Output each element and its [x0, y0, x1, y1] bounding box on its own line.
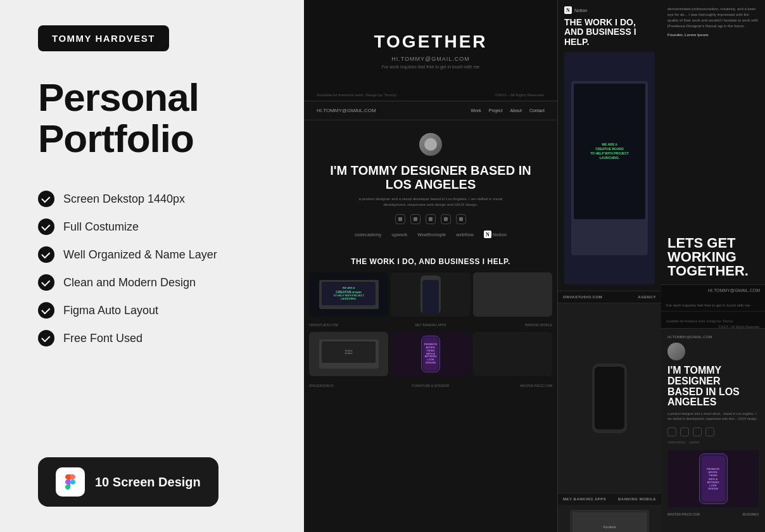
- far-testimonial-section: demonstrated professionalism, creativity…: [661, 0, 765, 285]
- social-icon[interactable]: [410, 214, 420, 224]
- side-preview-1: N Notion THE WORK I DO, AND BUSINESS I H…: [557, 0, 661, 532]
- work-card-banking: [391, 272, 470, 317]
- far-email-row: HI.TOMMY@GMAIL.COM: [661, 285, 765, 296]
- far-hero-name: I'M TOMMY DESIGNER BASED IN LOS ANGELES: [667, 365, 759, 408]
- side-site-label: ONVASTUDIO.COM: [563, 295, 602, 299]
- side-big-text: THE WORK I DO, AND BUSINESS I HELP.: [564, 18, 655, 47]
- client-logo: Notion: [493, 232, 507, 237]
- far-desc: a product designer and a visual devel...…: [667, 412, 759, 421]
- work-card-purple: PROMOTEADVER-TISINGWITH AARTISINGLOOKDES…: [391, 332, 470, 376]
- feature-item: Full Costumize: [38, 218, 266, 235]
- label-furniture: SPACEROOM.IO: [309, 384, 390, 388]
- side-notion-label: Notion: [574, 8, 587, 13]
- together-title: TOGETHER: [374, 32, 487, 52]
- far-master-site: MASTER-PIECE.COM: [667, 512, 700, 516]
- side-laptop-display: WE ARE ACREATIVE BOARDTO HELP WITH PROJE…: [564, 52, 655, 284]
- far-mid-email: HI.TOMMY@GMAIL.COM: [667, 335, 759, 339]
- nav-contact[interactable]: Contact: [529, 108, 545, 113]
- label-furniture-tag: FURNITURE & INTERIOR: [390, 384, 471, 388]
- far-social-1[interactable]: [667, 428, 676, 436]
- feature-item: Well Organized & Name Layer: [38, 246, 266, 263]
- side-screens-wrap: N Notion THE WORK I DO, AND BUSINESS I H…: [557, 0, 765, 532]
- label-banking: MEY BANKING APPS: [390, 323, 471, 327]
- far-mid-section: HI.TOMMY@GMAIL.COM I'M TOMMY DESIGNER BA…: [661, 329, 765, 532]
- nav-work[interactable]: Work: [471, 108, 481, 113]
- features-list: Screen Dekstop 1440px Full Costumize Wel…: [38, 191, 266, 346]
- screen-main: HI.TOMMY@GMAIL.COM Work Project About Co…: [304, 101, 557, 532]
- feature-text: Clean and Modern Design: [63, 276, 196, 289]
- far-inquiries: For work inquiries feel free to get in t…: [661, 296, 765, 312]
- work-card-agency: WE ARE ACREATIVE BOARDTO HELP WITH PROJE…: [309, 272, 388, 317]
- feature-text: Figma Auto Layout: [63, 304, 158, 317]
- nav-about[interactable]: About: [510, 108, 522, 113]
- far-email: HI.TOMMY@GMAIL.COM: [708, 288, 760, 293]
- nav-links: Work Project About Contact: [471, 108, 545, 113]
- check-icon: [38, 218, 54, 235]
- far-avatar: [667, 343, 685, 360]
- brand-badge: TOMMY HARDVEST: [38, 25, 169, 51]
- client-logo: codecademy: [355, 232, 381, 237]
- far-available: Available for freelance work. Design by:…: [661, 312, 765, 329]
- avatar: [419, 133, 442, 156]
- far-inquiries-text: For work inquiries feel free to get in t…: [666, 303, 751, 307]
- client-logo: upwork: [391, 232, 407, 237]
- row-labels-2: SPACEROOM.IO FURNITURE & INTERIOR MASTER…: [304, 383, 557, 389]
- feature-item: Clean and Modern Design: [38, 274, 266, 291]
- work-card-furniture: [473, 272, 552, 317]
- copyright-text: ©2023 – All Rights Reserved.: [719, 325, 760, 329]
- center-preview: TOGETHER HI.TOMMY@GMAIL.COM For work inq…: [304, 0, 557, 532]
- brand-name: TOMMY HARDVEST: [52, 33, 155, 44]
- far-social-2[interactable]: [680, 428, 689, 436]
- far-social-3[interactable]: [693, 428, 702, 436]
- side-logo: N Notion: [564, 6, 655, 14]
- avatar-inner: [424, 138, 437, 151]
- work-card-last: [473, 332, 552, 376]
- label-bussines: MASTER-PIECE.COM: [471, 384, 552, 388]
- social-icon[interactable]: [426, 214, 436, 224]
- far-logo-2: upwork: [689, 440, 699, 444]
- figma-icon-wrapper: [56, 467, 85, 497]
- label-agency-site: ONVASTUDIO.COM: [309, 323, 390, 327]
- check-icon: [38, 191, 54, 207]
- work-card-furniture2: Furniture& Interior: [309, 332, 388, 376]
- laptop-mock: WE ARE ACREATIVE BOARDTO HELP WITH PROJE…: [309, 272, 388, 317]
- screen-nav: HI.TOMMY@GMAIL.COM Work Project About Co…: [304, 101, 557, 120]
- figma-logo: [63, 474, 78, 490]
- cta-button[interactable]: 10 Screen Design: [38, 457, 218, 507]
- top-footer-right: ©2023 – All Rights Reserved.: [495, 93, 545, 97]
- check-icon: [38, 302, 54, 319]
- check-icon: [38, 246, 54, 263]
- hero-sub: a product designer and a visual develope…: [355, 196, 507, 208]
- social-icon[interactable]: [456, 214, 466, 224]
- phone-display: [558, 303, 661, 493]
- title-line2: Portfolio: [38, 117, 194, 160]
- preview-container: TOGETHER HI.TOMMY@GMAIL.COM For work inq…: [304, 0, 765, 532]
- available-text: Available for freelance work. Design by:…: [666, 319, 733, 323]
- feature-item: Free Font Used: [38, 330, 266, 346]
- nav-project[interactable]: Project: [489, 108, 503, 113]
- social-icon[interactable]: [395, 214, 405, 224]
- feature-item: Figma Auto Layout: [38, 302, 266, 319]
- social-icon[interactable]: [441, 214, 451, 224]
- side-preview-2: demonstrated professionalism, creativity…: [661, 0, 765, 532]
- far-client-logos: codecademy upwork: [667, 440, 759, 444]
- side-tag: AGENCY: [638, 295, 656, 299]
- client-logo: Wealthsimple: [417, 232, 446, 237]
- label-banking-tag: BANKING MOBILE: [471, 323, 552, 327]
- screen-hero: I'M TOMMY DESIGNER BASED IN LOS ANGELES …: [304, 120, 557, 257]
- work-grid-row2: Furniture& Interior PROMOTEADVER-TISINGW…: [304, 332, 557, 376]
- work-section-title: THE WORK I DO, AND BUSINESS I HELP.: [304, 257, 557, 266]
- top-sub: For work inquiries feel free to get in t…: [382, 65, 479, 69]
- far-master-piece-row: MASTER-PIECE.COM BUSSINES: [667, 512, 759, 516]
- social-icons: [395, 214, 466, 224]
- top-email: HI.TOMMY@GMAIL.COM: [391, 56, 469, 62]
- far-purple-card: PROMOTEADVER-TISINGWITH AARTISINGLOOKDES…: [667, 450, 759, 507]
- notion-icon: N: [484, 231, 491, 238]
- side-agency-label: ONVASTUDIO.COM AGENCY: [558, 291, 661, 303]
- side-banking-section: [558, 303, 661, 493]
- screen-top: TOGETHER HI.TOMMY@GMAIL.COM For work inq…: [304, 0, 557, 101]
- far-social-4[interactable]: [705, 428, 714, 436]
- far-logo-1: codecademy: [667, 440, 685, 444]
- feature-item: Screen Dekstop 1440px: [38, 191, 266, 207]
- top-footer-left: Available for freelance work. Design by:…: [317, 93, 396, 97]
